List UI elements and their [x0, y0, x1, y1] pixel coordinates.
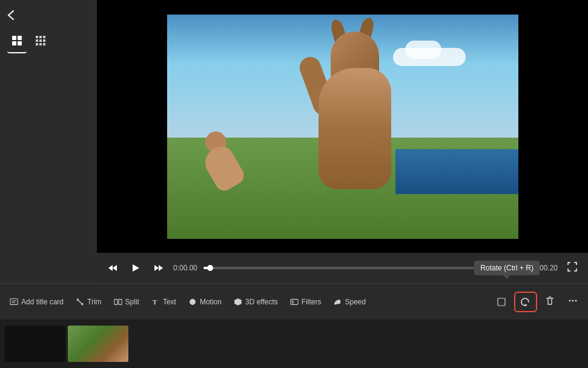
- current-time: 0:00.00: [173, 264, 197, 272]
- svg-rect-11: [39, 43, 42, 45]
- svg-rect-8: [39, 39, 42, 42]
- svg-rect-18: [10, 298, 18, 304]
- svg-rect-12: [43, 43, 45, 45]
- motion-icon: [188, 298, 197, 306]
- split-button[interactable]: Split: [109, 294, 144, 310]
- sidebar: [0, 0, 97, 283]
- speed-button[interactable]: Speed: [328, 294, 371, 310]
- svg-rect-4: [36, 36, 38, 38]
- text-button[interactable]: T Text: [147, 294, 181, 310]
- delete-icon: [544, 295, 555, 306]
- svg-point-37: [575, 299, 577, 301]
- kangaroo-small: [202, 129, 251, 189]
- svg-rect-27: [118, 299, 121, 304]
- fullscreen-button[interactable]: [564, 259, 581, 276]
- skip-forward-button[interactable]: [150, 261, 167, 275]
- motion-button[interactable]: Motion: [183, 294, 226, 310]
- svg-point-35: [569, 299, 571, 301]
- play-button[interactable]: [127, 261, 144, 275]
- film-thumb-1[interactable]: [5, 326, 65, 362]
- tool-right: Rotate (Ctrl + R): [491, 292, 583, 312]
- video-container: [97, 0, 588, 253]
- filmstrip-area: [0, 319, 588, 368]
- svg-marker-34: [524, 304, 527, 306]
- effects-3d-icon: [234, 298, 242, 306]
- more-options-icon: [567, 295, 578, 306]
- add-title-card-button[interactable]: Add title card: [5, 294, 68, 310]
- rotate-icon: [520, 296, 531, 307]
- svg-rect-1: [18, 36, 22, 40]
- trim-icon: [76, 298, 84, 306]
- grid-multi-view-button[interactable]: [31, 32, 51, 53]
- svg-rect-33: [498, 298, 505, 306]
- svg-marker-17: [159, 265, 163, 271]
- filters-button[interactable]: Filters: [285, 294, 326, 310]
- svg-marker-13: [108, 265, 113, 271]
- text-label: Text: [163, 298, 176, 306]
- svg-rect-31: [291, 300, 294, 303]
- svg-rect-26: [114, 299, 117, 304]
- split-label: Split: [125, 298, 139, 306]
- split-icon: [114, 298, 122, 306]
- crop-button[interactable]: [491, 293, 512, 311]
- rewind-button[interactable]: [104, 261, 121, 275]
- effects-3d-label: 3D effects: [245, 298, 278, 306]
- bottom-toolbar: Add title card Trim Split T Text Motion: [0, 283, 588, 319]
- motion-label: Motion: [200, 298, 222, 306]
- main-content: 0:00.00 0:00.20: [97, 0, 588, 283]
- svg-rect-3: [18, 41, 22, 45]
- filters-icon: [290, 298, 299, 306]
- speed-label: Speed: [345, 298, 366, 306]
- filters-label: Filters: [302, 298, 322, 306]
- svg-line-21: [77, 298, 84, 305]
- rotate-button[interactable]: [514, 292, 537, 312]
- svg-rect-10: [36, 43, 38, 45]
- back-button[interactable]: [0, 5, 22, 27]
- more-options-button[interactable]: [563, 292, 583, 312]
- film-thumb-2[interactable]: [68, 326, 128, 362]
- svg-text:T: T: [153, 298, 157, 306]
- trim-button[interactable]: Trim: [71, 294, 107, 310]
- title-card-icon: [10, 298, 18, 306]
- svg-rect-5: [39, 36, 42, 38]
- svg-marker-15: [133, 264, 139, 272]
- svg-point-36: [572, 299, 574, 301]
- sidebar-view-icons: [0, 27, 58, 58]
- trim-label: Trim: [87, 298, 102, 306]
- delete-button[interactable]: [540, 292, 560, 312]
- rotate-tooltip: Rotate (Ctrl + R): [474, 261, 540, 275]
- speed-icon: [333, 298, 342, 306]
- svg-marker-16: [154, 265, 159, 271]
- svg-rect-6: [43, 36, 45, 38]
- video-frame: [167, 15, 518, 239]
- grid-single-view-button[interactable]: [7, 32, 27, 53]
- add-title-label: Add title card: [21, 298, 64, 306]
- svg-rect-2: [12, 41, 16, 45]
- svg-rect-0: [12, 36, 16, 40]
- text-icon: T: [151, 298, 160, 306]
- crop-icon: [496, 296, 507, 307]
- video-scene: [167, 15, 518, 239]
- svg-rect-7: [36, 39, 38, 42]
- effects-3d-button[interactable]: 3D effects: [229, 294, 283, 310]
- svg-marker-14: [113, 265, 117, 271]
- kangaroo-main: [300, 19, 421, 189]
- svg-rect-9: [43, 39, 45, 42]
